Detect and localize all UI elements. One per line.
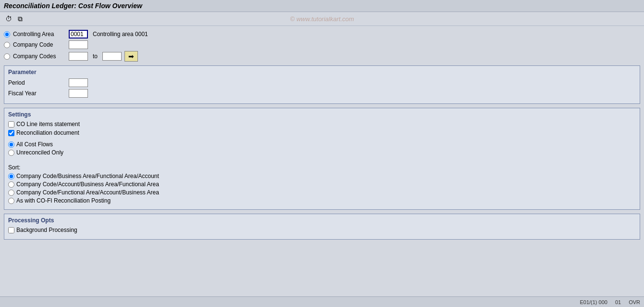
reconciliation-doc-label: Reconciliation document bbox=[16, 129, 79, 136]
title-bar: Reconciliation Ledger: Cost Flow Overvie… bbox=[0, 0, 644, 12]
watermark: © www.tutorialkart.com bbox=[290, 15, 354, 23]
all-cost-flows-radio[interactable] bbox=[8, 141, 14, 148]
sort-option-1-radio[interactable] bbox=[8, 173, 14, 179]
controlling-area-input[interactable] bbox=[69, 30, 88, 38]
background-processing-row: Background Processing bbox=[8, 227, 636, 233]
unreconciled-only-radio[interactable] bbox=[8, 150, 14, 156]
copy-icon[interactable]: ⧉ bbox=[15, 14, 25, 24]
sort-option-1-row: Company Code/Business Area/Functional Ar… bbox=[8, 173, 636, 179]
session-status: E01/(1) 000 bbox=[580, 299, 607, 305]
sort-option-3-label: Company Code/Functional Area/Account/Bus… bbox=[16, 189, 159, 196]
unreconciled-only-row: Unreconciled Only bbox=[8, 149, 636, 156]
sort-option-2-row: Company Code/Account/Business Area/Funct… bbox=[8, 181, 636, 188]
reconciliation-doc-checkbox[interactable] bbox=[8, 130, 14, 136]
period-label: Period bbox=[8, 79, 66, 86]
co-line-items-row: CO Line items statement bbox=[8, 121, 636, 128]
all-cost-flows-row: All Cost Flows bbox=[8, 141, 636, 148]
sort-option-2-label: Company Code/Account/Business Area/Funct… bbox=[16, 181, 159, 188]
clock-icon[interactable]: ⏱ bbox=[4, 14, 13, 24]
company-codes-label: Company Codes bbox=[13, 53, 66, 60]
sort-option-3-row: Company Code/Functional Area/Account/Bus… bbox=[8, 189, 636, 196]
arrow-button[interactable]: ➡ bbox=[124, 51, 138, 62]
sort-option-4-label: As with CO-FI Reconciliation Posting bbox=[16, 197, 111, 204]
company-code-input[interactable] bbox=[69, 40, 88, 49]
to-label: to bbox=[93, 53, 98, 60]
controlling-area-row: Controlling Area Controlling area 0001 bbox=[4, 30, 640, 38]
fiscal-year-label: Fiscal Year bbox=[8, 90, 66, 97]
sort-option-1-label: Company Code/Business Area/Functional Ar… bbox=[16, 173, 159, 179]
processing-opts-title: Processing Opts bbox=[8, 217, 636, 224]
unreconciled-only-label: Unreconciled Only bbox=[16, 149, 63, 156]
sort-option-4-row: As with CO-FI Reconciliation Posting bbox=[8, 197, 636, 204]
selection-group: Controlling Area Controlling area 0001 C… bbox=[4, 30, 640, 62]
sort-option-4-radio[interactable] bbox=[8, 198, 14, 204]
background-processing-label: Background Processing bbox=[16, 227, 77, 233]
background-processing-checkbox[interactable] bbox=[8, 227, 14, 233]
controlling-area-desc: Controlling area 0001 bbox=[93, 31, 148, 38]
period-input[interactable] bbox=[69, 78, 88, 87]
parameter-section: Parameter Period Fiscal Year bbox=[4, 65, 640, 104]
sort-option-2-radio[interactable] bbox=[8, 181, 14, 188]
fiscal-year-input[interactable] bbox=[69, 89, 88, 98]
parameter-title: Parameter bbox=[8, 69, 636, 76]
all-cost-flows-label: All Cost Flows bbox=[16, 141, 53, 148]
company-code-row: Company Code bbox=[4, 40, 640, 49]
sort-label: Sort: bbox=[8, 164, 636, 171]
company-code-label: Company Code bbox=[13, 41, 66, 48]
sort-section: Sort: Company Code/Business Area/Functio… bbox=[8, 164, 636, 204]
company-codes-to-input[interactable] bbox=[102, 52, 122, 61]
toolbar: ⏱ ⧉ © www.tutorialkart.com bbox=[0, 12, 644, 26]
fiscal-year-row: Fiscal Year bbox=[8, 89, 636, 98]
reconciliation-doc-row: Reconciliation document bbox=[8, 129, 636, 136]
company-codes-radio[interactable] bbox=[4, 53, 10, 60]
processing-opts-section: Processing Opts Background Processing bbox=[4, 214, 640, 240]
company-codes-row: Company Codes to ➡ bbox=[4, 51, 640, 62]
main-content: Controlling Area Controlling area 0001 C… bbox=[0, 26, 644, 247]
sort-option-3-radio[interactable] bbox=[8, 190, 14, 196]
co-line-items-label: CO Line items statement bbox=[16, 121, 80, 128]
company-codes-from-input[interactable] bbox=[69, 52, 88, 61]
status-bar: E01/(1) 000 01 OVR bbox=[0, 296, 644, 307]
page-status: 01 bbox=[615, 299, 621, 305]
period-row: Period bbox=[8, 78, 636, 87]
page-title: Reconciliation Ledger: Cost Flow Overvie… bbox=[4, 2, 142, 10]
settings-title: Settings bbox=[8, 111, 636, 118]
controlling-area-label: Controlling Area bbox=[13, 31, 66, 38]
company-code-radio[interactable] bbox=[4, 42, 10, 48]
controlling-area-radio[interactable] bbox=[4, 31, 10, 38]
settings-section: Settings CO Line items statement Reconci… bbox=[4, 108, 640, 210]
co-line-items-checkbox[interactable] bbox=[8, 121, 14, 128]
mode-status: OVR bbox=[629, 299, 640, 305]
